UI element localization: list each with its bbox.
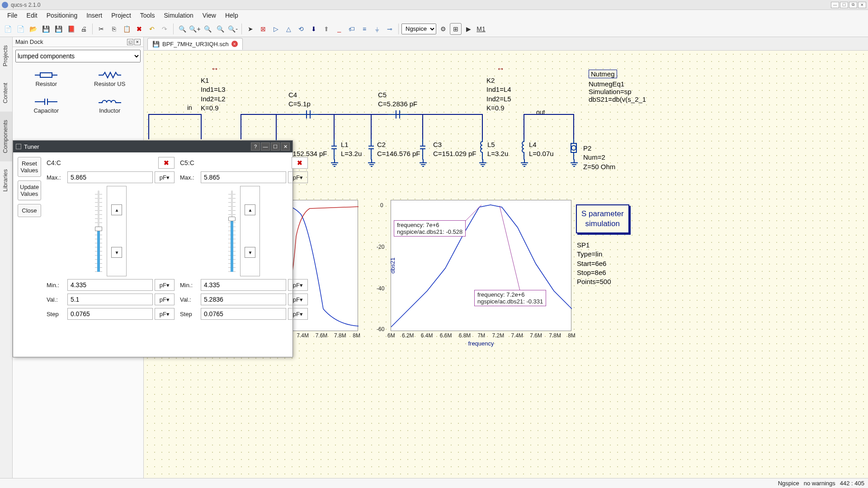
simulator-select[interactable]: Ngspice — [401, 24, 436, 34]
delete-icon[interactable]: ✖ — [133, 23, 145, 35]
label-l1[interactable]: L1 L=3.2u — [341, 140, 362, 159]
restore-button[interactable]: ⧉ — [849, 2, 857, 8]
label-k1[interactable]: K1 Ind1=L3 Ind2=L2 K=0.9 — [201, 76, 226, 113]
new-file-icon[interactable]: 📄 — [2, 23, 14, 35]
param-min-unit-c5[interactable]: pF ▾ — [288, 279, 308, 291]
mirror-icon[interactable]: ▷ — [270, 23, 282, 35]
sidetab-content[interactable]: Content — [0, 75, 12, 112]
param-step-down-c4[interactable]: ▼ — [111, 247, 122, 258]
component-capacitor[interactable]: Capacitor — [15, 93, 77, 118]
net-label-in[interactable]: in — [187, 104, 192, 111]
dock-float-icon[interactable]: ◱ — [127, 39, 133, 45]
param-slider-c5[interactable] — [227, 190, 236, 272]
menu-project[interactable]: Project — [107, 11, 136, 20]
zoom-11-icon[interactable]: 🔍 — [202, 23, 213, 35]
label-l4[interactable]: L4 L=0.07u — [529, 140, 554, 159]
param-step-c5[interactable] — [201, 308, 286, 320]
run-icon[interactable]: ▶ — [462, 23, 474, 35]
param-delete-c5[interactable]: ✖ — [292, 157, 308, 169]
param-step-unit-c4[interactable]: pF ▾ — [155, 308, 175, 320]
undo-icon[interactable]: ↶ — [146, 23, 158, 35]
print-icon[interactable]: 🖨 — [78, 23, 90, 35]
open-folder-icon[interactable]: 📂 — [27, 23, 39, 35]
param-min-c4[interactable] — [67, 279, 153, 291]
copy-icon[interactable]: ⎘ — [108, 23, 120, 35]
port-icon[interactable]: ⊸ — [384, 23, 396, 35]
component-c4-symbol[interactable] — [298, 109, 318, 122]
param-step-c4[interactable] — [67, 308, 153, 320]
close-window-button[interactable]: ✕ — [858, 2, 866, 8]
label-c5[interactable]: C5 C=5.2836 pF — [378, 90, 417, 109]
param-val-unit-c5[interactable]: pF ▾ — [288, 294, 308, 305]
menu-tools[interactable]: Tools — [136, 11, 160, 20]
param-step-unit-c5[interactable]: pF ▾ — [288, 308, 308, 320]
minimize-button[interactable]: — — [831, 2, 839, 8]
param-max-c5[interactable] — [201, 171, 286, 183]
update-values-button[interactable]: Update Values — [18, 180, 41, 200]
component-resistor[interactable]: Resistor — [15, 66, 77, 91]
param-min-c5[interactable] — [201, 279, 286, 291]
menu-view[interactable]: View — [198, 11, 221, 20]
sidetab-libraries[interactable]: Libraries — [0, 161, 12, 200]
chart-marker-1[interactable]: frequency: 7e+6 ngspice/ac.dbs21: -0.528 — [394, 220, 466, 237]
maximize-button[interactable]: ☐ — [840, 2, 848, 8]
component-c5-symbol[interactable] — [388, 109, 408, 122]
mirror-v-icon[interactable]: △ — [283, 23, 294, 35]
equation-icon[interactable]: ≡ — [359, 23, 370, 35]
menu-edit[interactable]: Edit — [22, 11, 42, 20]
param-slider-c4[interactable] — [94, 190, 103, 272]
wire-label-icon[interactable]: 🏷 — [346, 23, 358, 35]
label-p2[interactable]: P2 Num=2 Z=50 Ohm — [583, 144, 615, 171]
close-file-icon[interactable]: 📕 — [65, 23, 77, 35]
param-max-c4[interactable] — [67, 171, 153, 183]
save-all-icon[interactable]: 💾 — [52, 23, 64, 35]
tuner-help-button[interactable]: ? — [251, 142, 260, 151]
label-l5[interactable]: L5 L=3.2u — [487, 140, 508, 159]
zoom-out-icon[interactable]: 🔍- — [227, 23, 239, 35]
tune-icon[interactable]: ⊞ — [450, 23, 462, 35]
param-val-c5[interactable] — [201, 294, 286, 305]
component-c1-symbol[interactable] — [330, 139, 338, 161]
new-text-icon[interactable]: 📄 — [14, 23, 26, 35]
paste-icon[interactable]: 📋 — [121, 23, 132, 35]
dock-close-icon[interactable]: ✕ — [134, 39, 141, 45]
zoom-in-icon[interactable]: 🔍+ — [189, 23, 201, 35]
component-l5-symbol[interactable] — [479, 139, 486, 161]
chart-dbs21[interactable]: dbs21 frequency frequency: 7e+6 ngspice/… — [391, 200, 571, 331]
zoom-icon[interactable]: 🔍 — [214, 23, 226, 35]
component-resistor-us[interactable]: Resistor US — [79, 66, 141, 91]
sp-simulation-block[interactable]: S parameter simulation — [576, 204, 629, 233]
menu-insert[interactable]: Insert — [82, 11, 107, 20]
sp-body[interactable]: SP1 Type=lin Start=6e6 Stop=8e6 Points=5… — [577, 241, 611, 286]
wire-icon[interactable]: ⎯ — [333, 23, 345, 35]
label-c2[interactable]: C2 C=146.576 pF — [377, 140, 420, 159]
zoom-fit-icon[interactable]: 🔍 — [176, 23, 188, 35]
menu-file[interactable]: File — [3, 11, 22, 20]
tuner-minimize-button[interactable]: — — [261, 142, 270, 151]
component-c2-symbol[interactable] — [368, 139, 375, 161]
cut-icon[interactable]: ✂ — [95, 23, 107, 35]
reset-values-button[interactable]: Reset Values — [18, 157, 41, 177]
component-category-select[interactable]: lumped components — [15, 50, 141, 62]
save-icon[interactable]: 💾 — [40, 23, 52, 35]
param-step-up-c5[interactable]: ▲ — [245, 204, 255, 215]
move-up-icon[interactable]: ⬆ — [321, 23, 332, 35]
deactivate-icon[interactable]: ⊠ — [257, 23, 269, 35]
move-down-icon[interactable]: ⬇ — [308, 23, 320, 35]
param-step-up-c4[interactable]: ▲ — [111, 204, 122, 215]
label-c4[interactable]: C4 C=5.1p — [288, 90, 311, 109]
component-p2-symbol[interactable] — [570, 139, 577, 161]
component-inductor[interactable]: Inductor — [79, 93, 141, 118]
param-val-unit-c4[interactable]: pF ▾ — [155, 294, 175, 305]
label-k2[interactable]: K2 Ind1=L4 Ind2=L5 K=0.9 — [486, 76, 511, 113]
chart-marker-2[interactable]: frequency: 7.2e+6 ngspice/ac.dbs21: -0.3… — [474, 290, 546, 306]
sidetab-projects[interactable]: Projects — [0, 37, 12, 75]
tuner-maximize-button[interactable]: ☐ — [271, 142, 280, 151]
param-step-down-c5[interactable]: ▼ — [245, 247, 255, 258]
sidetab-components[interactable]: Components — [0, 112, 12, 161]
component-l4-symbol[interactable] — [520, 139, 528, 161]
param-max-unit-c5[interactable]: pF ▾ — [288, 171, 308, 183]
param-delete-c4[interactable]: ✖ — [158, 157, 175, 169]
param-min-unit-c4[interactable]: pF ▾ — [155, 279, 175, 291]
rotate-icon[interactable]: ⟲ — [295, 23, 307, 35]
